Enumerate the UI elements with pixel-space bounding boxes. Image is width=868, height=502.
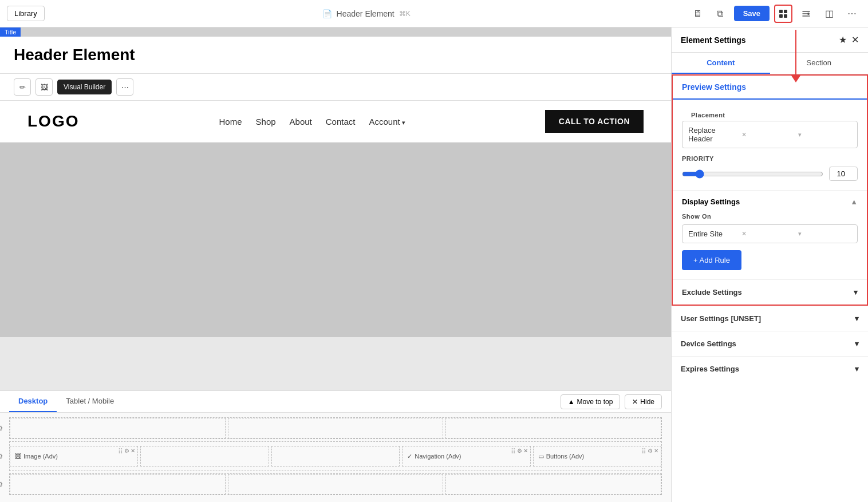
builder-area: ⚙ ⚙ ⠿ ⚙ ✕ 🖼 Image (Adv) bbox=[0, 413, 671, 502]
tab-desktop[interactable]: Desktop bbox=[9, 391, 57, 412]
top-bar: Library 📄 Header Element ⌘K 🖥 ⧉ Save ◫ ⋯ bbox=[0, 0, 868, 27]
buttons-adv-icon: ▭ bbox=[538, 453, 544, 460]
priority-label: PRIORITY bbox=[682, 155, 858, 162]
placement-field: Placement Replace Header ✕ ▾ bbox=[673, 100, 867, 155]
bottom-actions: ▲ Move to top ✕ Hide bbox=[561, 394, 662, 409]
exclude-settings-section: Exclude Settings ▾ bbox=[673, 279, 867, 305]
col-remove-icon[interactable]: ✕ bbox=[131, 448, 135, 456]
customize-button[interactable] bbox=[797, 5, 815, 23]
row-settings-icon[interactable]: ⚙ bbox=[0, 424, 3, 433]
top-bar-center: 📄 Header Element ⌘K bbox=[322, 9, 411, 18]
show-on-chevron-icon[interactable]: ▾ bbox=[798, 230, 851, 238]
col-remove-icon[interactable]: ✕ bbox=[654, 448, 658, 456]
svg-rect-1 bbox=[784, 10, 787, 13]
panel-header: Element Settings ★ ✕ bbox=[672, 27, 868, 53]
edit-icon-button[interactable]: ✏ bbox=[14, 78, 31, 96]
expires-chevron-icon: ▾ bbox=[855, 365, 859, 373]
external-link-button[interactable]: ⧉ bbox=[711, 5, 729, 23]
col-remove-icon[interactable]: ✕ bbox=[523, 448, 528, 456]
page-title-area: Header Element bbox=[0, 37, 671, 74]
more-button[interactable]: ⋯ bbox=[843, 5, 861, 23]
nav-shop[interactable]: Shop bbox=[256, 117, 276, 127]
panel-tabs: Content Section bbox=[672, 53, 868, 74]
col-content: 🖼 Image (Adv) bbox=[15, 453, 58, 460]
svg-rect-0 bbox=[779, 10, 783, 13]
priority-section: PRIORITY bbox=[673, 155, 867, 190]
panel-title: Element Settings bbox=[681, 35, 746, 45]
show-on-label: Show On bbox=[682, 213, 858, 220]
move-to-top-button[interactable]: ▲ Move to top bbox=[561, 394, 621, 409]
placement-value: Replace Header bbox=[688, 126, 741, 143]
visual-builder-button[interactable]: Visual Builder bbox=[57, 80, 112, 94]
tab-content[interactable]: Content bbox=[672, 53, 770, 74]
drag-icon[interactable]: ⠿ bbox=[118, 448, 123, 456]
exclude-settings-label: Exclude Settings bbox=[682, 288, 742, 297]
nav-contact[interactable]: Contact bbox=[326, 117, 356, 127]
bottom-tabs-bar: Desktop Tablet / Mobile ▲ Move to top ✕ … bbox=[0, 391, 671, 413]
row-settings-icon[interactable]: ⚙ bbox=[0, 480, 3, 489]
col-label-btn: Buttons (Adv) bbox=[546, 453, 585, 460]
drag-icon[interactable]: ⠿ bbox=[511, 448, 516, 456]
add-rule-button[interactable]: + Add Rule bbox=[682, 250, 741, 270]
canvas-content bbox=[0, 143, 671, 337]
library-button[interactable]: Library bbox=[7, 6, 45, 21]
device-settings-header[interactable]: Device Settings ▾ bbox=[672, 331, 868, 356]
builder-col bbox=[10, 474, 226, 495]
nav-account[interactable]: Account bbox=[369, 117, 405, 127]
canvas-area: Title Header Element ✏ 🖼 Visual Builder … bbox=[0, 27, 671, 410]
svg-rect-3 bbox=[784, 14, 787, 18]
cta-button[interactable]: CALL TO ACTION bbox=[545, 110, 644, 133]
hide-button[interactable]: ✕ Hide bbox=[625, 394, 662, 409]
placement-chevron-icon[interactable]: ▾ bbox=[798, 131, 851, 139]
monitor-icon-button[interactable]: 🖥 bbox=[688, 5, 707, 23]
image-icon-button[interactable]: 🖼 bbox=[35, 78, 53, 96]
top-bar-left: Library bbox=[7, 6, 45, 21]
exclude-settings-header[interactable]: Exclude Settings ▾ bbox=[673, 280, 867, 305]
preview-settings-tab[interactable]: Preview Settings bbox=[673, 76, 867, 100]
builder-row: ⚙ bbox=[9, 417, 662, 439]
site-logo: LOGO bbox=[27, 112, 79, 131]
site-nav: Home Shop About Contact Account bbox=[219, 117, 405, 127]
col-content-btn: ▭ Buttons (Adv) bbox=[538, 453, 585, 460]
col-actions-nav: ⠿ ⚙ ✕ bbox=[511, 448, 528, 456]
drag-icon[interactable]: ⠿ bbox=[641, 448, 646, 456]
main-layout: Title Header Element ✏ 🖼 Visual Builder … bbox=[0, 27, 868, 502]
show-on-value: Entire Site bbox=[688, 230, 741, 238]
preview-wrapper: Title Header Element ✏ 🖼 Visual Builder … bbox=[0, 27, 671, 337]
close-panel-icon[interactable]: ✕ bbox=[851, 34, 859, 45]
col-settings-icon[interactable]: ⚙ bbox=[124, 448, 129, 456]
element-settings-button[interactable] bbox=[774, 5, 792, 23]
svg-rect-2 bbox=[779, 14, 783, 18]
display-settings-header[interactable]: Display Settings ▲ bbox=[673, 190, 867, 213]
col-settings-icon[interactable]: ⚙ bbox=[517, 448, 522, 456]
show-on-select[interactable]: Entire Site ✕ ▾ bbox=[682, 224, 858, 243]
user-settings-chevron-icon: ▾ bbox=[855, 314, 859, 323]
priority-slider[interactable] bbox=[682, 169, 823, 179]
placement-label: Placement bbox=[682, 105, 858, 121]
tab-tablet-mobile[interactable]: Tablet / Mobile bbox=[57, 391, 123, 412]
document-title: Header Element bbox=[337, 9, 394, 18]
site-header-preview: LOGO Home Shop About Contact Account CAL… bbox=[0, 101, 671, 143]
layout-button[interactable]: ◫ bbox=[820, 5, 838, 23]
placement-select[interactable]: Replace Header ✕ ▾ bbox=[682, 121, 858, 148]
builder-col bbox=[10, 418, 226, 438]
row-settings-icon[interactable]: ⚙ bbox=[0, 452, 3, 461]
nav-adv-icon: ✓ bbox=[407, 453, 412, 460]
placement-clear-icon[interactable]: ✕ bbox=[741, 131, 795, 139]
builder-col-buttons: ⠿ ⚙ ✕ ▭ Buttons (Adv) bbox=[533, 446, 661, 467]
display-settings-chevron-icon: ▲ bbox=[850, 197, 858, 206]
more-options-button[interactable]: ⋯ bbox=[116, 78, 133, 96]
user-settings-label: User Settings [UNSET] bbox=[681, 314, 761, 323]
user-settings-header[interactable]: User Settings [UNSET] ▾ bbox=[672, 306, 868, 331]
nav-about[interactable]: About bbox=[290, 117, 312, 127]
nav-home[interactable]: Home bbox=[219, 117, 242, 127]
save-button[interactable]: Save bbox=[734, 6, 770, 21]
tab-section[interactable]: Section bbox=[770, 53, 869, 74]
col-settings-icon[interactable]: ⚙ bbox=[648, 448, 653, 456]
favorite-star-icon[interactable]: ★ bbox=[839, 34, 847, 45]
show-on-clear-icon[interactable]: ✕ bbox=[741, 230, 795, 238]
priority-input[interactable] bbox=[829, 167, 858, 181]
arrow-up-icon: ▲ bbox=[568, 398, 575, 406]
expires-settings-header[interactable]: Expires Settings ▾ bbox=[672, 357, 868, 381]
col-actions-btn: ⠿ ⚙ ✕ bbox=[641, 448, 658, 456]
